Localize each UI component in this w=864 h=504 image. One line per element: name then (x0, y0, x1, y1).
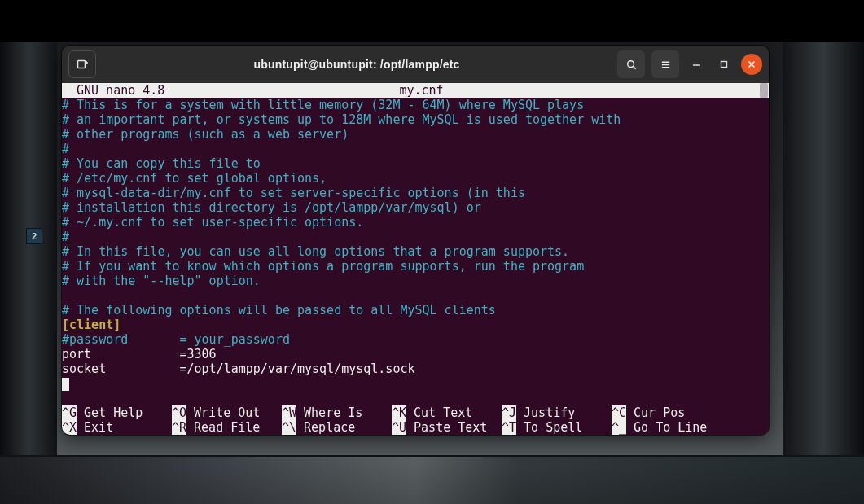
maximize-icon (720, 60, 728, 68)
editor-line: #password = your_password (62, 332, 769, 347)
maximize-button[interactable] (713, 54, 735, 75)
editor-line: # other programs (such as a web server) (62, 127, 769, 142)
text-cursor (62, 378, 69, 391)
minimize-button[interactable] (686, 54, 707, 75)
wallpaper-ledge (0, 455, 864, 462)
editor-line: # /etc/my.cnf to set global options, (62, 171, 769, 186)
terminal-body[interactable]: GNU nano 4.8my.cnf # This is for a syste… (62, 83, 769, 435)
editor-line: # mysql-data-dir/my.cnf to set server-sp… (62, 186, 769, 200)
shortcut-row: ^XExit ^RRead File ^\Replace ^UPaste Tex… (62, 420, 769, 435)
svg-rect-9 (721, 62, 727, 68)
shortcut-row: ^GGet Help ^OWrite Out ^WWhere Is ^KCut … (62, 405, 769, 420)
editor-line: # ~/.my.cnf to set user-specific options… (62, 215, 769, 230)
terminal-window: ubuntupit@ubuntupit: /opt/lampp/etc (62, 46, 769, 435)
close-button[interactable] (741, 54, 762, 75)
new-tab-icon (76, 58, 89, 71)
editor-line: # an important part, or systems up to 12… (62, 112, 769, 127)
nano-header: GNU nano 4.8my.cnf (62, 83, 769, 98)
editor-line: [client] (62, 318, 769, 332)
wallpaper-pillar (0, 42, 57, 457)
editor-line: # The following options will be passed t… (62, 303, 769, 318)
shortcut-justify[interactable]: ^JJustify (502, 405, 612, 420)
svg-rect-0 (78, 61, 86, 68)
editor-cursor-line (62, 376, 769, 391)
editor-line: # installation this directory is /opt/la… (62, 200, 769, 215)
search-icon (625, 59, 638, 71)
shortcut-cur-pos[interactable]: ^CCur Pos (612, 405, 769, 420)
editor-line: # This is for a system with little memor… (62, 98, 769, 112)
shortcut-exit[interactable]: ^XExit (62, 420, 172, 435)
window-title: ubuntupit@ubuntupit: /opt/lampp/etc (103, 58, 611, 71)
shortcut-where-is[interactable]: ^WWhere Is (282, 405, 392, 420)
scrollbar-thumb[interactable] (760, 83, 768, 98)
svg-line-4 (633, 66, 635, 68)
editor-line: # with the "--help" option. (62, 274, 769, 288)
nano-filename: my.cnf (399, 83, 443, 98)
editor-line: # If you want to know which options a pr… (62, 259, 769, 274)
menu-button[interactable] (651, 50, 679, 78)
wallpaper-sign: 2 (26, 228, 42, 244)
editor-content[interactable]: # This is for a system with little memor… (62, 98, 769, 391)
editor-line (62, 288, 769, 303)
close-icon (748, 60, 756, 68)
shortcut-go-to-line[interactable]: ^_Go To Line (612, 420, 769, 435)
shortcut-paste-text[interactable]: ^UPaste Text (392, 420, 502, 435)
editor-line: port =3306 (62, 347, 769, 362)
hamburger-icon (660, 59, 672, 71)
new-tab-button[interactable] (68, 50, 96, 78)
shortcut-to-spell[interactable]: ^TTo Spell (502, 420, 612, 435)
wallpaper-pillar (783, 42, 864, 457)
titlebar: ubuntupit@ubuntupit: /opt/lampp/etc (62, 46, 769, 83)
editor-line: # In this file, you can use all long opt… (62, 244, 769, 259)
editor-line: # (62, 230, 769, 244)
svg-point-3 (627, 60, 634, 67)
scrollbar[interactable] (760, 83, 768, 435)
editor-line: socket =/opt/lampp/var/mysql/mysql.sock (62, 362, 769, 376)
minimize-icon (692, 60, 700, 68)
search-button[interactable] (617, 50, 645, 78)
shortcut-replace[interactable]: ^\Replace (282, 420, 392, 435)
editor-line: # (62, 142, 769, 156)
shortcut-read-file[interactable]: ^RRead File (172, 420, 282, 435)
nano-app-name: GNU nano 4.8 (77, 83, 164, 98)
nano-shortcut-bar: ^GGet Help ^OWrite Out ^WWhere Is ^KCut … (62, 391, 769, 435)
editor-line: # You can copy this file to (62, 156, 769, 171)
shortcut-cut-text[interactable]: ^KCut Text (392, 405, 502, 420)
shortcut-get-help[interactable]: ^GGet Help (62, 405, 172, 420)
shortcut-write-out[interactable]: ^OWrite Out (172, 405, 282, 420)
